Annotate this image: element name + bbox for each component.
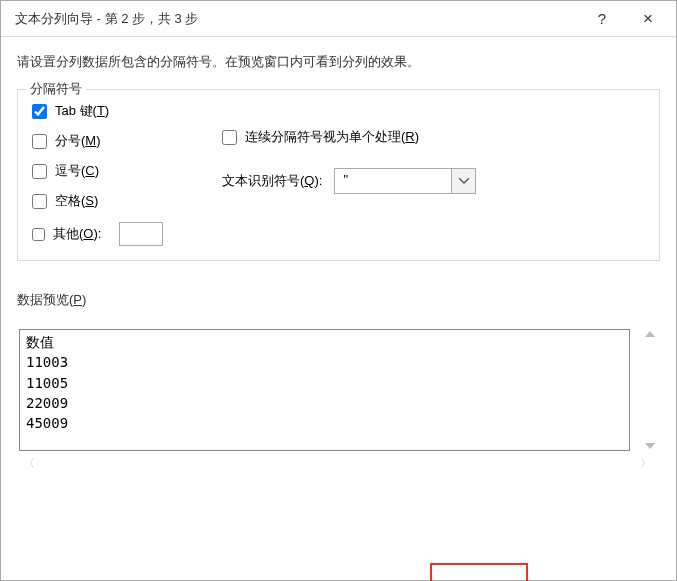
tab-checkbox-row[interactable]: Tab 键(T)	[32, 102, 192, 120]
scroll-right-icon[interactable]: 〉	[640, 455, 652, 472]
text-qualifier-row: 文本识别符号(Q): "	[222, 168, 476, 194]
semicolon-checkbox[interactable]	[32, 134, 47, 149]
other-label[interactable]: 其他(O):	[53, 225, 101, 243]
other-checkbox-row[interactable]: 其他(O):	[32, 222, 192, 246]
preview-row: 45009	[26, 413, 623, 433]
tab-checkbox[interactable]	[32, 104, 47, 119]
instruction-text: 请设置分列数据所包含的分隔符号。在预览窗口内可看到分列的效果。	[17, 53, 660, 71]
comma-checkbox-row[interactable]: 逗号(C)	[32, 162, 192, 180]
preview-wrapper: 数值 11003 11005 22009 45009	[17, 329, 638, 451]
preview-row: 22009	[26, 393, 623, 413]
scroll-left-icon[interactable]: 〈	[23, 455, 35, 472]
semicolon-checkbox-row[interactable]: 分号(M)	[32, 132, 192, 150]
scroll-up-icon[interactable]	[645, 331, 655, 337]
space-label[interactable]: 空格(S)	[55, 192, 98, 210]
help-button[interactable]: ?	[580, 4, 624, 34]
qualifier-select[interactable]: "	[334, 168, 476, 194]
dialog-content: 请设置分列数据所包含的分隔符号。在预览窗口内可看到分列的效果。 分隔符号 Tab…	[1, 37, 676, 580]
close-button[interactable]: ×	[624, 4, 672, 34]
vertical-scrollbar[interactable]	[640, 329, 660, 451]
consecutive-label[interactable]: 连续分隔符号视为单个处理(R)	[245, 128, 419, 146]
preview-row: 11003	[26, 352, 623, 372]
semicolon-label[interactable]: 分号(M)	[55, 132, 101, 150]
delimiters-legend: 分隔符号	[26, 80, 86, 98]
text-to-columns-wizard-dialog: 文本分列向导 - 第 2 步，共 3 步 ? × 请设置分列数据所包含的分隔符号…	[0, 0, 677, 581]
space-checkbox-row[interactable]: 空格(S)	[32, 192, 192, 210]
qualifier-label: 文本识别符号(Q):	[222, 172, 322, 190]
scroll-down-icon[interactable]	[645, 443, 655, 449]
delimiters-group: 分隔符号 Tab 键(T) 分号(M) 逗号(C)	[17, 89, 660, 261]
consecutive-checkbox[interactable]	[222, 130, 237, 145]
comma-checkbox[interactable]	[32, 164, 47, 179]
qualifier-value: "	[335, 169, 451, 193]
preview-row: 数值	[26, 332, 623, 352]
horizontal-scrollbar[interactable]: 〈 〉	[17, 453, 660, 472]
other-delimiter-input[interactable]	[119, 222, 163, 246]
preview-row: 11005	[26, 373, 623, 393]
titlebar: 文本分列向导 - 第 2 步，共 3 步 ? ×	[1, 1, 676, 37]
chevron-down-icon[interactable]	[451, 169, 475, 193]
consecutive-checkbox-row[interactable]: 连续分隔符号视为单个处理(R)	[222, 128, 476, 146]
space-checkbox[interactable]	[32, 194, 47, 209]
preview-label: 数据预览(P)	[17, 291, 660, 309]
tab-label[interactable]: Tab 键(T)	[55, 102, 109, 120]
comma-label[interactable]: 逗号(C)	[55, 162, 99, 180]
preview-box: 数值 11003 11005 22009 45009	[19, 329, 630, 451]
other-checkbox[interactable]	[32, 228, 45, 241]
dialog-title: 文本分列向导 - 第 2 步，共 3 步	[15, 10, 580, 28]
